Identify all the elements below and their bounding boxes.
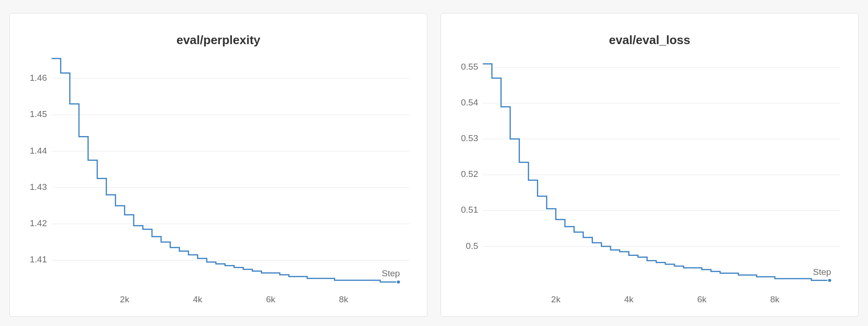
y-tick-label: 1.45 [30, 109, 47, 119]
y-tick-label: 0.52 [461, 169, 478, 179]
y-tick-label: 1.43 [30, 182, 47, 192]
y-tick-label: 1.46 [30, 73, 47, 83]
x-axis-label: Step [813, 267, 831, 277]
chart-area: 1.411.421.431.441.451.462k4k6k8kStep [18, 53, 419, 311]
data-line [483, 64, 829, 280]
data-line [52, 59, 398, 282]
y-tick-label: 1.41 [30, 254, 47, 264]
data-point-end [828, 279, 831, 282]
y-tick-label: 0.51 [461, 205, 478, 215]
y-tick-label: 0.54 [461, 98, 478, 107]
chart-svg: 1.411.421.431.441.451.462k4k6k8kStep [18, 53, 419, 311]
x-tick-label: 2k [120, 294, 130, 304]
chart-panel-perplexity: eval/perplexity 1.411.421.431.441.451.46… [9, 13, 427, 317]
y-tick-label: 0.53 [461, 133, 478, 143]
chart-area: 0.50.510.520.530.540.552k4k6k8kStep [449, 53, 850, 311]
chart-title: eval/eval_loss [449, 33, 850, 47]
x-tick-label: 8k [770, 294, 780, 304]
chart-panel-eval-loss: eval/eval_loss 0.50.510.520.530.540.552k… [441, 13, 859, 317]
x-tick-label: 6k [266, 294, 276, 304]
x-axis-label: Step [381, 268, 400, 278]
x-tick-label: 8k [339, 294, 349, 304]
y-tick-label: 1.42 [30, 218, 47, 228]
x-tick-label: 4k [624, 294, 634, 304]
data-point-end [396, 280, 400, 284]
x-tick-label: 6k [697, 294, 707, 304]
x-tick-label: 2k [551, 294, 561, 304]
y-tick-label: 0.55 [461, 62, 478, 72]
chart-title: eval/perplexity [18, 33, 419, 47]
dashboard: eval/perplexity 1.411.421.431.441.451.46… [0, 0, 868, 326]
x-tick-label: 4k [193, 294, 203, 304]
chart-svg: 0.50.510.520.530.540.552k4k6k8kStep [449, 53, 850, 311]
y-tick-label: 1.44 [30, 146, 47, 156]
y-tick-label: 0.5 [466, 241, 478, 251]
